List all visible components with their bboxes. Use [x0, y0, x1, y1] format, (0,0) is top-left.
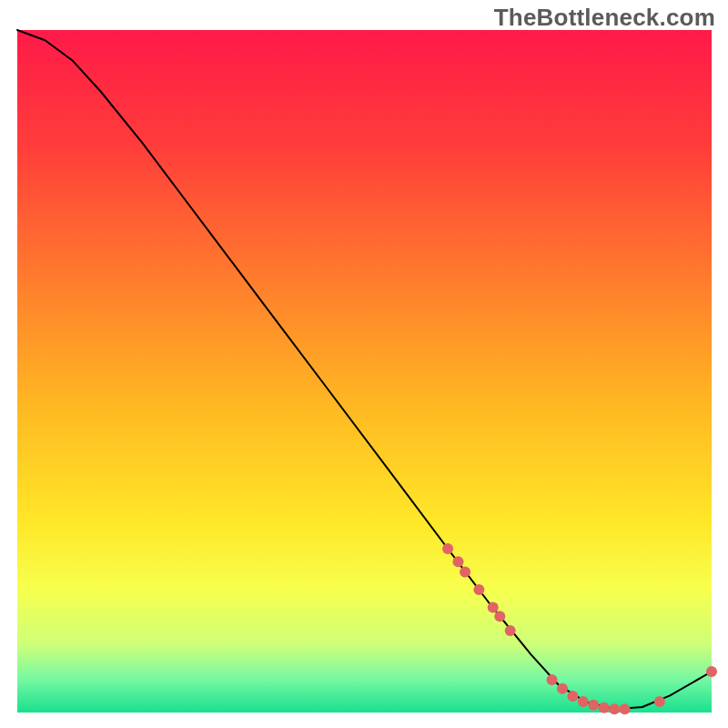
chart-container: TheBottleneck.com [0, 0, 728, 728]
watermark-label: TheBottleneck.com [494, 4, 715, 32]
data-marker [442, 543, 453, 554]
data-marker [578, 696, 589, 707]
data-marker [505, 625, 516, 636]
data-marker [567, 691, 578, 702]
data-marker [488, 602, 499, 613]
data-marker [609, 703, 620, 714]
data-marker [588, 700, 599, 711]
data-marker [599, 703, 610, 713]
data-marker [620, 703, 631, 714]
data-marker [654, 696, 665, 707]
chart-background [17, 30, 712, 713]
data-marker [557, 683, 568, 694]
data-marker [453, 556, 464, 567]
data-marker [460, 567, 470, 578]
data-marker [547, 674, 558, 685]
data-marker [473, 584, 484, 595]
data-marker [494, 611, 505, 622]
data-marker [706, 666, 717, 677]
bottleneck-curve-chart [0, 0, 728, 728]
